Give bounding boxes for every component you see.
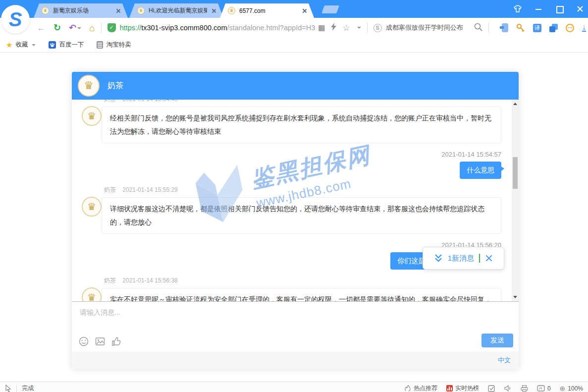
speaker-icon (504, 385, 512, 392)
scroll-down-icon[interactable] (513, 296, 517, 298)
page-check-button[interactable] (488, 385, 495, 392)
chat-header: ♛ 奶茶 (72, 72, 519, 100)
load-status-text: 完成 (22, 384, 34, 392)
nav-buttons: ← ↻ ↶ ⌂ (37, 23, 95, 33)
translate-icon[interactable]: 译 (533, 24, 541, 32)
adblock-counter[interactable]: 0 (537, 385, 551, 392)
tab-collection-icon[interactable] (549, 24, 558, 32)
divider (367, 23, 368, 33)
zoom-level: 100% (568, 385, 583, 392)
divider (488, 23, 489, 33)
window-controls (514, 0, 584, 18)
tab-close-icon[interactable] (211, 8, 216, 13)
page-url: https://tx301-svip3.comm800.com/standalo… (120, 24, 316, 32)
home-icon[interactable]: ⌂ (89, 23, 95, 33)
sender-name: 奶茶 (104, 186, 116, 193)
search-magnifier-icon[interactable] (474, 23, 482, 33)
chat-message-area: 奶茶 2021-01-14 15:54:40 ♛ 经相关部门反馈，您的账号是被我… (72, 100, 519, 301)
bookmark-label: 百度一下 (59, 41, 84, 49)
adblock-icon (537, 385, 545, 392)
url-scheme: https (120, 24, 135, 32)
baidu-paw-icon (49, 41, 56, 49)
language-switch-link[interactable]: 中文 (498, 356, 511, 365)
tab-6577[interactable]: ♛ 6577.com (220, 3, 314, 18)
list-doc-icon (97, 41, 103, 49)
divider (479, 254, 480, 263)
minimize-icon[interactable] (535, 5, 542, 13)
phone-sync-icon[interactable] (502, 23, 508, 32)
chat-widget: ♛ 奶茶 奶茶 2021-01-14 15:54:40 ♛ 经相关部门反馈，您的… (72, 72, 519, 369)
bookmark-label: 淘宝特卖 (106, 41, 131, 49)
zoom-plus-icon: ⊕ (560, 385, 566, 392)
chevron-down-icon (32, 44, 36, 46)
url-path: /standalone.html?appId=H3 (227, 24, 315, 32)
scrollbar-thumb[interactable] (513, 157, 518, 189)
address-bar[interactable]: ✓ https://tx301-svip3.comm800.com/standa… (107, 23, 316, 32)
favorite-star-icon[interactable]: ☆ (342, 23, 350, 33)
favorites-label: 收藏 (15, 41, 28, 49)
back-icon[interactable]: ← (37, 23, 46, 32)
search-suggestion-text[interactable]: 成都寒假放假开学时间公布 (386, 23, 463, 32)
screenshot-button[interactable] (521, 385, 528, 392)
tab-favicon-crown-icon: ♛ (228, 7, 235, 14)
agent-avatar: ♛ (82, 287, 102, 301)
new-message-popup[interactable]: 1新消息 (423, 247, 504, 270)
chat-footer: 中文 (72, 351, 519, 369)
divider (101, 23, 102, 33)
sound-button[interactable] (504, 385, 512, 392)
chat-scrollbar[interactable] (512, 100, 519, 301)
favorites-menu[interactable]: ★ 收藏 (6, 41, 36, 50)
scroll-up-icon[interactable] (513, 103, 517, 105)
agent-avatar: ♛ (82, 197, 102, 217)
send-button[interactable]: 发送 (481, 334, 513, 347)
bookmark-taobao[interactable]: 淘宝特卖 (97, 41, 131, 49)
crown-icon: ♛ (87, 202, 96, 212)
tab-xinpujing[interactable]: ♛ 新葡京娱乐场 (34, 3, 128, 18)
tab-close-icon[interactable] (302, 8, 307, 13)
message-bubble: 实在不好意思呢～审核验证流程为安全部门在受理的，客服有一定的权限，一切都是需要等… (102, 288, 501, 301)
url-separator: :// (135, 24, 141, 32)
printer-icon (521, 385, 528, 392)
new-message-label[interactable]: 1新消息 (448, 254, 474, 263)
hot-recommend-button[interactable]: 热点推荐 (404, 384, 437, 392)
chevron-down-icon[interactable] (357, 27, 361, 29)
more-menu-icon[interactable]: ⋯ (566, 24, 574, 32)
url-host: tx301-svip3.comm800.com (141, 24, 227, 32)
bookmark-baidu[interactable]: 百度一下 (49, 41, 84, 49)
user-message: 什么意思 (72, 162, 501, 179)
new-tab-button[interactable] (321, 5, 339, 13)
sogou-browser-logo[interactable]: S (1, 5, 30, 34)
emoji-icon[interactable] (79, 336, 89, 346)
status-left: 完成 (5, 384, 34, 392)
message-meta: 奶茶 2021-01-14 15:54:40 (104, 100, 512, 104)
password-key-icon[interactable] (516, 23, 525, 32)
message-bubble: 经相关部门反馈，您的账号是被我司风控系统捕捉到存在刷水套利现象，系统自动捕捉冻结… (102, 107, 501, 143)
undo-dropdown[interactable]: ↶ (69, 23, 81, 33)
tab-close-icon[interactable] (115, 8, 120, 13)
search-box[interactable]: S 成都寒假放假开学时间公布 (374, 23, 482, 33)
message-composer: 发送 (72, 301, 519, 351)
tab-title: Hi,欢迎光临新葡京娱樂場 (149, 6, 207, 15)
tab-welcome[interactable]: ♛ Hi,欢迎光临新葡京娱樂場 (129, 3, 223, 18)
message-text: 什么意思 (467, 166, 494, 174)
undo-icon[interactable]: ↶ (69, 23, 76, 33)
refresh-icon[interactable]: ↻ (53, 23, 61, 32)
agent-avatar: ♛ (78, 75, 100, 97)
dismiss-notification-icon[interactable] (485, 254, 493, 262)
maximize-icon[interactable] (555, 5, 563, 13)
tab-favicon-crown-icon: ♛ (137, 7, 145, 14)
close-window-icon[interactable] (576, 5, 584, 13)
lightning-icon[interactable] (331, 23, 336, 33)
thumbs-up-icon[interactable] (111, 336, 121, 346)
download-icon[interactable]: ↓ (582, 24, 586, 32)
security-shield-icon[interactable]: ✓ (107, 23, 116, 32)
trending-button[interactable]: 实时热榜 (446, 384, 479, 392)
skin-theme-icon[interactable] (514, 5, 522, 13)
sogou-logo-glyph: S (9, 9, 22, 29)
message-bubble: 什么意思 (460, 162, 501, 179)
zoom-control[interactable]: ⊕ 100% (560, 385, 583, 392)
chevron-down-icon (77, 27, 81, 29)
qr-code-icon[interactable]: ▦ (318, 23, 325, 32)
image-upload-icon[interactable] (95, 336, 105, 346)
message-input[interactable] (72, 302, 519, 332)
